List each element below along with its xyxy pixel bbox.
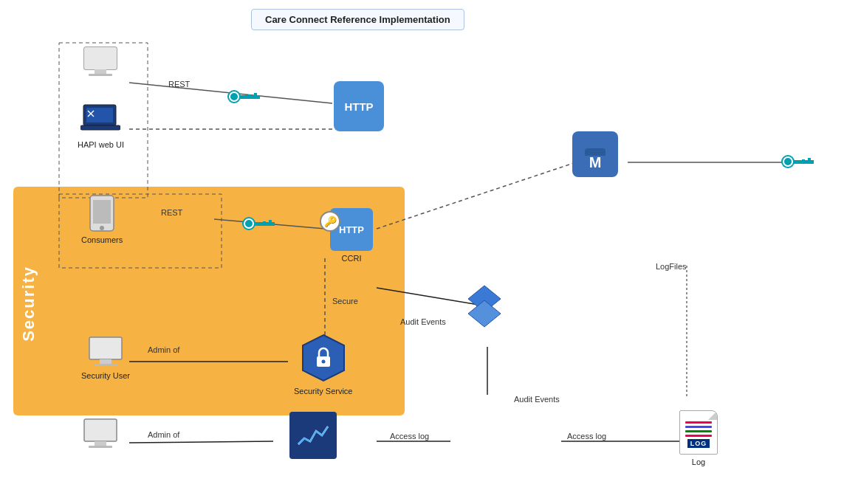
svg-rect-16 [84, 47, 117, 69]
m-box-block: M [572, 131, 618, 177]
access-log2-label: Access log [567, 432, 606, 441]
svg-rect-32 [94, 364, 117, 366]
logfiles-label: LogFiles [656, 262, 687, 271]
mobile-svg [89, 194, 115, 232]
admin2-label: Admin of [148, 430, 179, 439]
svg-rect-30 [89, 337, 122, 359]
http2-sublabel: CCRI [342, 254, 362, 263]
security-label: Security [19, 266, 38, 342]
audit-events1-label: Audit Events [400, 317, 446, 326]
svg-rect-36 [95, 441, 106, 446]
desktop-svg [81, 46, 120, 78]
monitor-svg [295, 418, 331, 453]
key3-icon [783, 156, 814, 167]
mobile-icon: Consumers [81, 194, 123, 244]
log-label: Log [692, 458, 705, 466]
security-user-label: Security User [81, 371, 130, 380]
svg-line-6 [377, 162, 576, 229]
svg-rect-20 [86, 108, 113, 122]
key1-icon [229, 92, 260, 102]
svg-rect-37 [89, 446, 112, 448]
monitor-block [289, 412, 337, 459]
security-hex-svg [298, 332, 349, 384]
title-text: Care Connect Reference Implementation [265, 14, 450, 25]
svg-rect-25 [93, 200, 111, 224]
bridge-block [464, 284, 505, 328]
svg-rect-31 [100, 359, 112, 364]
rest2-label: REST [161, 208, 182, 217]
audit-events2-label: Audit Events [514, 395, 560, 404]
laptop-icon: HAPI web UI [78, 103, 124, 149]
diagram-container: Care Connect Reference Implementation Se… [0, 0, 861, 504]
mobile-label: Consumers [81, 235, 123, 244]
security-service-label: Security Service [294, 387, 352, 396]
monitor-icon [289, 412, 337, 459]
log-file-block: LOG Log [679, 410, 718, 466]
key2-icon [244, 218, 275, 229]
desktop3-svg [81, 418, 120, 450]
svg-rect-35 [84, 419, 117, 441]
admin1-label: Admin of [148, 345, 179, 354]
laptop-svg [80, 103, 120, 137]
log-file-icon: LOG [679, 410, 718, 455]
http2-block: 🔑 HTTP CCRI [330, 208, 373, 263]
laptop-label: HAPI web UI [78, 140, 124, 149]
title-box: Care Connect Reference Implementation [251, 9, 464, 30]
security-user-svg [86, 336, 125, 368]
rest1-label: REST [168, 80, 190, 89]
svg-line-10 [129, 441, 273, 443]
desktop3-block [81, 418, 120, 450]
desktop1-icon [81, 46, 120, 78]
http1-block: HTTP [334, 81, 384, 131]
secure-label: Secure [332, 297, 358, 305]
security-user-block: Security User [81, 336, 130, 380]
svg-rect-18 [89, 74, 112, 76]
access-log1-label: Access log [390, 432, 429, 441]
svg-rect-17 [95, 69, 106, 74]
svg-point-26 [100, 226, 104, 230]
bridge-svg [464, 284, 505, 328]
svg-rect-23 [80, 125, 120, 130]
security-service-block: Security Service [294, 332, 352, 396]
http1-cube: HTTP [334, 81, 384, 131]
svg-point-29 [321, 360, 325, 364]
svg-marker-34 [468, 300, 501, 327]
m-box-icon: M [572, 131, 618, 177]
